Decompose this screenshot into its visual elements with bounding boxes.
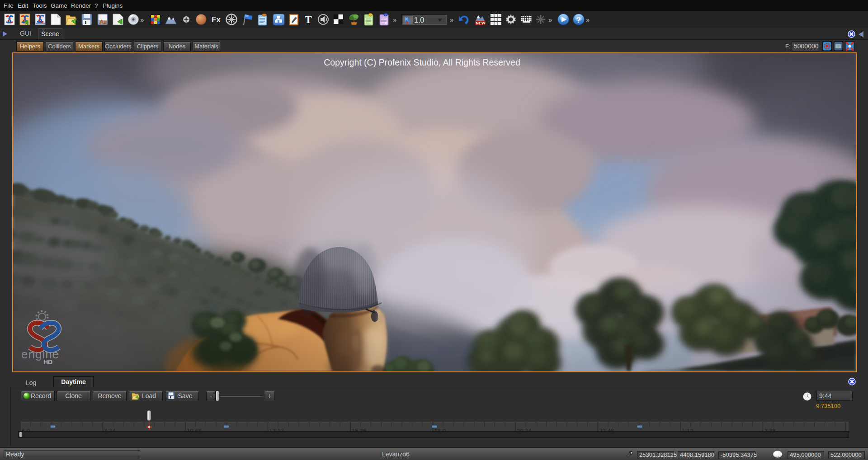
svg-text:1.0: 1.0 xyxy=(414,16,424,24)
svg-text:T: T xyxy=(305,14,312,25)
svg-text:»: » xyxy=(450,16,453,23)
svg-text:Fx: Fx xyxy=(212,15,221,24)
svg-text:As: As xyxy=(99,19,107,25)
svg-text:x: x xyxy=(406,20,409,24)
svg-text:»: » xyxy=(140,16,144,23)
svg-text:»: » xyxy=(586,16,590,23)
svg-text:?: ? xyxy=(576,16,581,24)
svg-text:NEW: NEW xyxy=(476,21,486,25)
svg-text:»: » xyxy=(548,16,552,23)
svg-text:»: » xyxy=(393,16,396,23)
